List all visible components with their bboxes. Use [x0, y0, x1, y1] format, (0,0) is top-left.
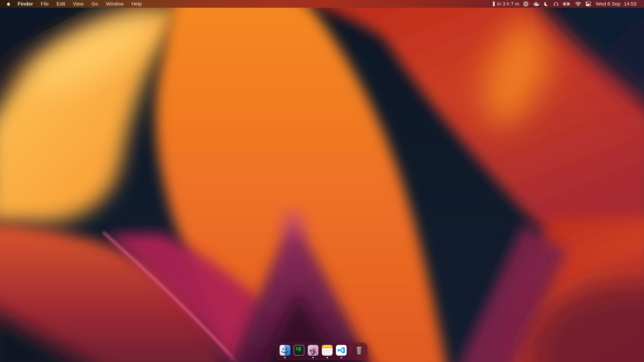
running-indicator: [284, 357, 286, 358]
apple-logo-icon: [6, 1, 11, 6]
apple-menu[interactable]: [6, 1, 14, 6]
arc-browser-icon: [308, 345, 318, 356]
wallpaper-ventura: [0, 0, 644, 362]
dock: $: [276, 343, 368, 360]
vscode-icon: [336, 345, 347, 356]
battery-menu-item[interactable]: [563, 2, 571, 6]
control-center-icon: [586, 1, 591, 6]
1password-icon: [523, 1, 528, 7]
dock-item-finder[interactable]: [280, 345, 290, 359]
menu-bar-clock[interactable]: Wed 6 Sep 14:53: [596, 1, 636, 7]
menu-window[interactable]: Window: [102, 1, 128, 7]
dock-item-notes[interactable]: [322, 345, 332, 359]
menu-bar: Finder File Edit View Go Window Help in …: [0, 0, 644, 8]
timer-status[interactable]: in 3 h 7 m: [493, 1, 519, 7]
dock-item-terminal[interactable]: $: [294, 345, 304, 359]
focus-moon-icon: [544, 1, 549, 6]
headphones-icon: [553, 1, 559, 6]
menu-view[interactable]: View: [69, 1, 88, 7]
running-indicator: [340, 357, 342, 358]
focus-menu-item[interactable]: [544, 1, 549, 6]
wifi-menu-item[interactable]: [575, 2, 581, 6]
finder-icon: [280, 345, 290, 356]
dock-separator: [350, 345, 350, 356]
menu-help[interactable]: Help: [128, 1, 146, 7]
docker-icon: [533, 1, 539, 6]
clock-date: Wed 6 Sep: [596, 1, 620, 7]
timer-progress-icon: [493, 1, 495, 6]
menu-app-name[interactable]: Finder: [14, 1, 37, 7]
menu-edit[interactable]: Edit: [53, 1, 69, 7]
clock-time: 14:53: [624, 1, 636, 7]
terminal-icon: $: [294, 345, 304, 356]
running-indicator: [312, 357, 314, 358]
desktop: Finder File Edit View Go Window Help in …: [0, 0, 644, 362]
docker-menu-item[interactable]: [533, 1, 539, 6]
dock-item-trash[interactable]: [354, 345, 364, 359]
wifi-icon: [575, 2, 581, 6]
menu-file[interactable]: File: [37, 1, 53, 7]
notes-icon: [322, 345, 332, 356]
battery-charging-icon: [563, 2, 571, 6]
one-password-menu-item[interactable]: [523, 1, 528, 7]
dock-item-arc[interactable]: [308, 345, 318, 359]
timer-label: in 3 h 7 m: [497, 1, 519, 7]
trash-icon: [354, 345, 364, 356]
headphones-menu-item[interactable]: [553, 1, 559, 6]
control-center-menu-item[interactable]: [586, 1, 591, 6]
running-indicator: [326, 357, 328, 358]
dock-item-vscode[interactable]: [336, 345, 347, 359]
menu-go[interactable]: Go: [88, 1, 102, 7]
